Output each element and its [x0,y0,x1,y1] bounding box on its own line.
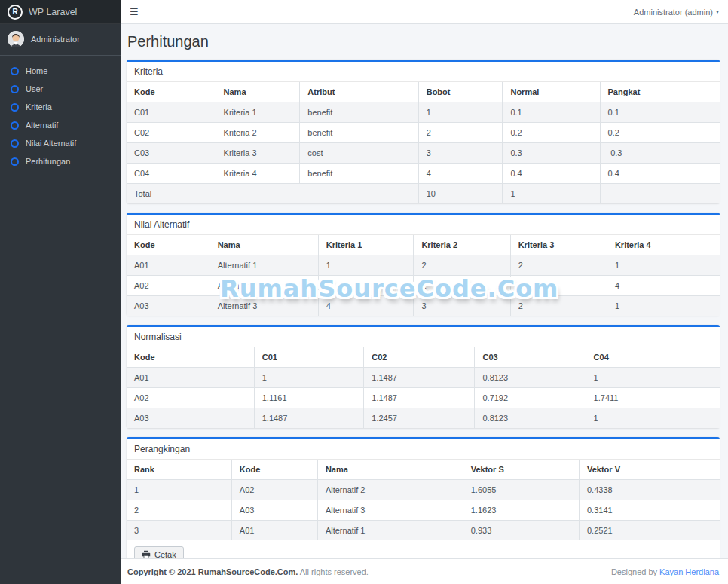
table-cell: 0.8123 [475,368,586,388]
column-header: C04 [586,347,720,368]
table-cell: 1.2457 [364,408,475,429]
normalisasi-table: KodeC01C02C03C04A0111.14870.81231A021.11… [127,347,720,428]
column-header: Nama [216,82,300,102]
table-row: 2A03Alternatif 31.16230.3141 [127,500,720,521]
table-cell: Alternatif 3 [317,500,463,521]
app-title: WP Laravel [29,7,77,17]
sidebar-nav: HomeUserKriteriaAlternatifNilai Alternat… [0,62,121,170]
table-cell: 0.2521 [579,521,720,541]
table-row: C04Kriteria 4benefit40.40.4 [127,164,720,184]
table-cell: -0.3 [600,143,720,164]
sidebar-item-perhitungan[interactable]: Perhitungan [0,152,121,170]
table-cell: Kriteria 3 [216,143,300,164]
table-row: A0111.14870.81231 [127,368,720,388]
table-cell: benefit [300,164,418,184]
table-cell: A03 [231,500,317,521]
footer: Copyright © 2021 RumahSourceCode.Com. Al… [121,558,728,584]
column-header: Kriteria 4 [607,235,720,255]
table-cell: 2 [414,255,510,276]
table-cell: 1.7411 [586,388,720,408]
column-header: Kriteria 1 [318,235,414,255]
top-navbar: ☰ Administrator (admin) ▾ [121,0,728,24]
perangkingan-table: RankKodeNamaVektor SVektor V1A02Alternat… [127,460,720,540]
column-header: Kode [127,347,254,368]
avatar [8,31,24,47]
table-cell: A03 [127,408,254,429]
table-row: C02Kriteria 2benefit20.20.2 [127,123,720,143]
table-cell: 0.2 [503,123,600,143]
table-cell: 1.1487 [254,408,364,429]
table-cell: 0.2 [600,123,720,143]
sidebar-item-kriteria[interactable]: Kriteria [0,98,121,116]
sidebar-item-home[interactable]: Home [0,62,121,80]
brand-link[interactable]: R WP Laravel [0,0,121,24]
app-logo-icon: R [8,5,23,20]
table-cell: 2 [510,255,607,276]
sidebar-item-alternatif[interactable]: Alternatif [0,116,121,134]
table-row: Total101 [127,184,720,204]
table-row: A03Alternatif 34321 [127,296,720,316]
column-header: Kode [231,460,317,480]
hamburger-menu-icon[interactable]: ☰ [130,7,139,17]
table-cell: 2 [127,500,231,521]
table-cell: A01 [231,521,317,541]
table-cell: 1.1161 [254,388,364,408]
column-header: Kriteria 3 [510,235,607,255]
nilai-alternatif-table: KodeNamaKriteria 1Kriteria 2Kriteria 3Kr… [127,235,720,316]
table-cell: C02 [127,123,216,143]
card-title: Normalisasi [127,327,720,347]
footer-copyright-rest: All rights reserved. [298,567,369,576]
column-header: Rank [127,460,231,480]
sidebar-item-label: Alternatif [26,121,58,130]
footer-designed-prefix: Designed by [611,567,659,576]
card-title: Perangkingan [127,439,720,460]
column-header: Kriteria 2 [414,235,510,255]
print-button[interactable]: Cetak [134,546,184,558]
table-row: A021.11611.14870.71921.7411 [127,388,720,408]
table-cell: C03 [127,143,216,164]
table-cell: 3 [414,296,510,316]
main-content: Perhitungan Kriteria KodeNamaAtributBobo… [121,24,728,558]
table-cell: 1.1487 [364,388,475,408]
sidebar-item-label: Home [26,66,47,75]
column-header: Vektor V [579,460,720,480]
table-row: 3A01Alternatif 10.9330.2521 [127,521,720,541]
card-normalisasi: Normalisasi KodeC01C02C03C04A0111.14870.… [127,325,720,428]
column-header: Atribut [300,82,418,102]
circle-outline-icon [11,67,19,75]
table-cell: 0.3 [503,143,600,164]
sidebar-item-label: Perhitungan [26,157,70,166]
table-cell: 1 [586,408,720,429]
table-cell: 2 [418,123,503,143]
table-cell: 0.4 [600,164,720,184]
column-header: Nama [317,460,463,480]
table-row: A02Alternatif 23234 [127,276,720,296]
page-title: Perhitungan [127,33,720,50]
table-cell: Alternatif 1 [210,255,318,276]
table-cell: 1 [607,255,720,276]
table-cell: 0.3141 [579,500,720,521]
table-header-row: KodeNamaKriteria 1Kriteria 2Kriteria 3Kr… [127,235,720,255]
column-header: Bobot [418,82,503,102]
table-cell: Alternatif 2 [210,276,318,296]
table-cell: 4 [418,164,503,184]
column-header: Pangkat [600,82,720,102]
sidebar: R WP Laravel Administrator HomeUserKrite… [0,0,121,584]
designer-link[interactable]: Kayan Herdiana [659,567,719,576]
table-header-row: KodeNamaAtributBobotNormalPangkat [127,82,720,102]
sidebar-item-label: Kriteria [26,102,52,112]
table-cell: 3 [510,276,607,296]
table-row: A031.14871.24570.81231 [127,408,720,429]
table-cell: 3 [318,276,414,296]
sidebar-item-user[interactable]: User [0,80,121,98]
user-panel-link[interactable]: Administrator [0,24,121,56]
table-cell: Alternatif 3 [210,296,318,316]
table-cell: 1 [503,184,600,204]
table-cell: A02 [127,388,254,408]
table-cell: Total [127,184,418,204]
table-cell: 0.1 [503,102,600,123]
user-dropdown[interactable]: Administrator (admin) ▾ [634,8,719,17]
table-cell: 4 [607,276,720,296]
table-cell: 3 [127,521,231,541]
sidebar-item-nilai-alternatif[interactable]: Nilai Alternatif [0,134,121,152]
